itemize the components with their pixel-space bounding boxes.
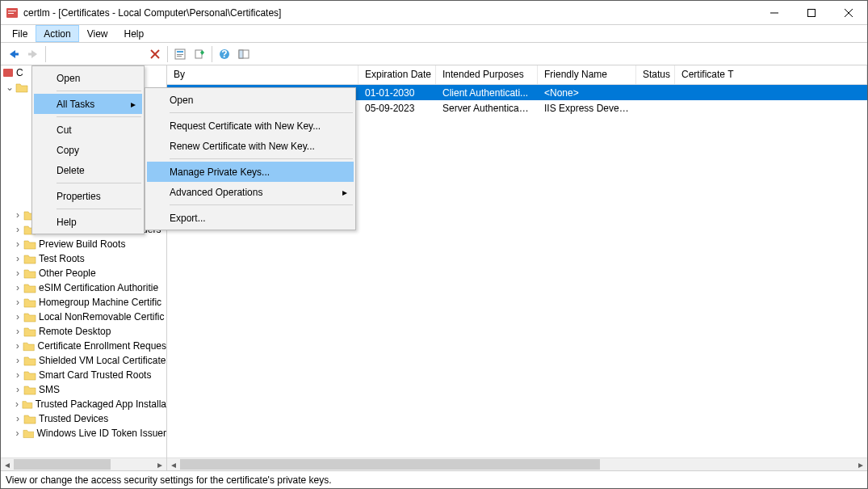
properties-icon[interactable] — [170, 44, 190, 64]
folder-icon — [23, 384, 36, 395]
scroll-left-icon[interactable]: ◂ — [167, 458, 180, 470]
tree-item-label: Smart Card Trusted Roots — [39, 369, 151, 381]
tree-item-label: Shielded VM Local Certificate — [39, 355, 166, 366]
minimize-button[interactable] — [756, 1, 793, 24]
export-icon[interactable] — [190, 44, 209, 64]
forward-button[interactable] — [23, 44, 43, 64]
menuitem-label: Advanced Operations — [170, 187, 262, 198]
delete-icon[interactable] — [145, 44, 165, 64]
menu-separator — [170, 158, 353, 159]
menuitem-label: All Tasks — [57, 99, 94, 110]
collapse-icon[interactable]: ⌄ — [4, 82, 15, 93]
expand-icon[interactable]: › — [12, 398, 22, 410]
menuitem-cut[interactable]: Cut — [34, 120, 142, 140]
expand-icon[interactable]: › — [12, 297, 23, 308]
menuitem-export[interactable]: Export... — [147, 208, 354, 228]
column-status[interactable]: Status — [636, 65, 675, 84]
tree-item[interactable]: ›Smart Card Trusted Roots — [1, 368, 166, 382]
tree-item[interactable]: ›Test Roots — [1, 251, 166, 266]
expand-icon[interactable]: › — [12, 268, 23, 279]
expand-icon[interactable]: › — [12, 326, 23, 337]
expand-icon[interactable]: › — [12, 384, 23, 395]
menuitem-open[interactable]: Open — [34, 68, 142, 88]
tree-item[interactable]: ›Trusted Packaged App Installa — [1, 397, 166, 411]
menuitem-advanced-ops[interactable]: Advanced Operations ▸ — [147, 182, 354, 202]
help-icon[interactable]: ? — [215, 44, 234, 64]
menuitem-manage-keys[interactable]: Manage Private Keys... — [147, 162, 354, 182]
app-icon — [6, 6, 19, 19]
submenu-arrow-icon: ▸ — [131, 99, 136, 110]
scroll-right-icon[interactable]: ▸ — [854, 458, 867, 470]
expand-icon[interactable]: › — [12, 369, 23, 381]
tree-item-label: Windows Live ID Token Issuer — [36, 428, 166, 439]
menuitem-all-tasks[interactable]: All Tasks ▸ — [34, 94, 142, 114]
expand-icon[interactable]: › — [12, 413, 23, 424]
expand-icon[interactable]: › — [12, 224, 23, 235]
column-purpose[interactable]: Intended Purposes — [436, 65, 538, 84]
tree-item[interactable]: ›Preview Build Roots — [1, 237, 166, 251]
scroll-thumb[interactable] — [14, 459, 111, 470]
tree-item-label: eSIM Certification Authoritie — [39, 282, 158, 293]
tree-item[interactable]: ›Trusted Devices — [1, 411, 166, 426]
svg-rect-12 — [177, 51, 183, 53]
scroll-left-icon[interactable]: ◂ — [1, 458, 14, 470]
tree-root-label: C — [16, 67, 23, 78]
menuitem-delete[interactable]: Delete — [34, 160, 142, 180]
menuitem-renew-cert[interactable]: Renew Certificate with New Key... — [147, 136, 354, 156]
expand-icon[interactable]: › — [12, 428, 23, 439]
tree-item[interactable]: ›Windows Live ID Token Issuer — [1, 426, 166, 441]
tree-item[interactable]: ›eSIM Certification Authoritie — [1, 280, 166, 295]
folder-icon — [23, 297, 36, 308]
window-controls — [756, 1, 867, 24]
svg-rect-1 — [8, 11, 16, 11]
menuitem-help[interactable]: Help — [34, 212, 142, 232]
tree-item[interactable]: ›Certificate Enrollment Reques — [1, 339, 166, 353]
scroll-right-icon[interactable]: ▸ — [153, 458, 166, 470]
folder-icon — [23, 355, 36, 366]
statusbar-text: View or change the access security setti… — [6, 474, 332, 486]
menu-separator — [170, 204, 353, 205]
folder-icon — [23, 268, 36, 279]
tree-item[interactable]: ›Homegroup Machine Certific — [1, 295, 166, 310]
toolbar-separator — [45, 46, 46, 62]
folder-icon — [22, 398, 33, 410]
expand-icon[interactable]: › — [12, 311, 23, 322]
maximize-button[interactable] — [793, 1, 830, 24]
expand-icon[interactable]: › — [12, 253, 23, 264]
expand-icon[interactable]: › — [12, 282, 23, 293]
tree-scrollbar-horizontal[interactable]: ◂ ▸ — [1, 457, 166, 470]
tree-item[interactable]: ›SMS — [1, 382, 166, 397]
tree-item[interactable]: ›Remote Desktop — [1, 324, 166, 339]
tree-item[interactable]: ›Other People — [1, 266, 166, 280]
menuitem-label: Manage Private Keys... — [170, 167, 270, 178]
action-context-menu: Open All Tasks ▸ Cut Copy Delete Propert… — [31, 65, 145, 234]
column-expiration[interactable]: Expiration Date — [359, 65, 436, 84]
menuitem-label: Cut — [57, 124, 72, 136]
expand-icon[interactable]: › — [12, 209, 23, 221]
menu-help[interactable]: Help — [116, 25, 153, 42]
menu-file[interactable]: File — [4, 25, 36, 42]
column-issued-by[interactable]: By — [167, 65, 359, 84]
back-button[interactable] — [4, 44, 23, 64]
workspace: C ⌄ ››››››››Trusted People›Client Authen… — [1, 65, 867, 470]
column-friendly[interactable]: Friendly Name — [538, 65, 636, 84]
folder-icon — [23, 413, 36, 424]
menu-action[interactable]: Action — [36, 25, 78, 42]
expand-icon[interactable]: › — [12, 340, 23, 352]
close-button[interactable] — [830, 1, 867, 24]
menu-separator — [170, 112, 353, 113]
expand-icon[interactable]: › — [12, 355, 23, 366]
list-scrollbar-horizontal[interactable]: ◂ ▸ — [167, 457, 867, 470]
menu-view[interactable]: View — [79, 25, 116, 42]
tree-item[interactable]: ›Local NonRemovable Certific — [1, 310, 166, 324]
show-hide-icon[interactable] — [234, 44, 254, 64]
tree-item[interactable]: ›Shielded VM Local Certificate — [1, 353, 166, 368]
scroll-thumb[interactable] — [180, 459, 600, 470]
menuitem-open-sub[interactable]: Open — [147, 90, 354, 110]
expand-icon[interactable]: › — [12, 238, 23, 250]
menuitem-request-cert[interactable]: Request Certificate with New Key... — [147, 116, 354, 136]
folder-icon — [23, 253, 36, 264]
menuitem-properties[interactable]: Properties — [34, 186, 142, 206]
menuitem-copy[interactable]: Copy — [34, 140, 142, 160]
column-template[interactable]: Certificate T — [675, 65, 867, 84]
